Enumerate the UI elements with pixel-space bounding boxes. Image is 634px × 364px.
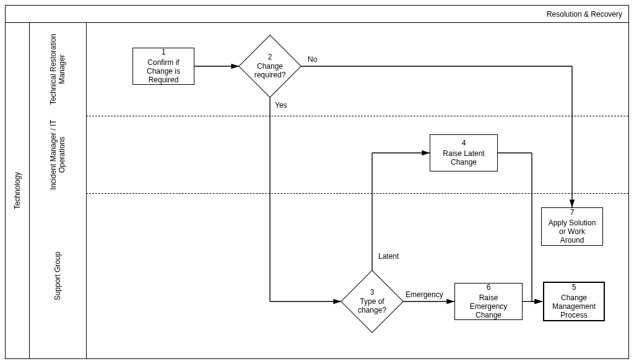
node-7-apply-solution: 7 Apply Solution or Work Around	[541, 207, 603, 246]
lane-label-b: Incident Manager / IT Operations	[29, 116, 86, 193]
node-4-raise-latent: 4 Raise Latent Change	[430, 134, 498, 171]
diagram-canvas: 1 Confirm if Change is Required 2 Change…	[86, 23, 628, 358]
edge-label-emergency: Emergency	[406, 290, 443, 299]
lane-labels-column: Technical Restoration Manager Incident M…	[29, 23, 87, 358]
lane-group-technology: Technology	[6, 23, 30, 358]
lane-label-c: Support Group	[29, 193, 86, 358]
lane-group-label: Technology	[13, 172, 22, 210]
node-2-change-required: 2 Change required?	[239, 35, 301, 97]
edge-label-no: No	[308, 55, 317, 64]
lane-separator	[86, 193, 628, 194]
edge-label-yes: Yes	[275, 101, 287, 110]
title-row: Resolution & Recovery	[6, 6, 628, 23]
lane-label-a: Technical Restoration Manager	[29, 23, 86, 116]
edge-label-latent: Latent	[378, 252, 399, 261]
node-6-raise-emergency: 6 Raise Emergency Change	[454, 283, 523, 320]
node-5-change-management: 5 Change Management Process	[543, 282, 605, 321]
swimlane-diagram: Resolution & Recovery Technology Technic…	[5, 5, 629, 359]
node-1-confirm-change: 1 Confirm if Change is Required	[132, 48, 194, 85]
node-3-type-of-change: 3 Type of change?	[341, 271, 403, 332]
lane-separator	[86, 116, 628, 116]
diagram-title: Resolution & Recovery	[547, 10, 622, 19]
